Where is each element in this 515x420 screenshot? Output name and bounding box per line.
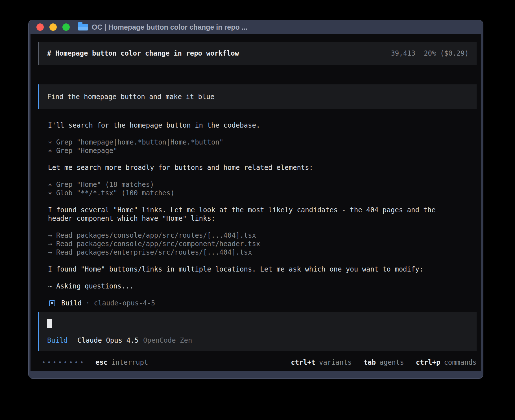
assistant-transcript: I'll search for the homepage button in t…: [48, 121, 477, 307]
mode-indicator[interactable]: Build: [47, 336, 67, 345]
user-message: Find the homepage button and make it blu…: [38, 84, 477, 109]
context-usage-cost: 20% ($0.29): [424, 49, 469, 58]
window-title: OC | Homepage button color change in rep…: [92, 23, 247, 31]
hint-label-variants: variants: [319, 358, 352, 367]
hint-key-agents[interactable]: tab: [364, 358, 376, 367]
prompt-cursor-line[interactable]: [47, 319, 469, 328]
tool-call-grep: ∗ Grep "Home" (18 matches): [48, 180, 477, 189]
agent-model: · claude-opus-4-5: [82, 299, 155, 307]
tool-call-read: → Read packages/console/app/src/routes/[…: [48, 231, 477, 240]
status-bar-left: ∙∙∙∙∙∙∙∙ esc interrupt: [42, 358, 148, 367]
tool-call-glob: ∗ Glob "**/*.tsx" (100 matches): [48, 189, 477, 197]
terminal-window: OC | Homepage button color change in rep…: [28, 20, 483, 379]
spinner-dots-icon: ∙∙∙∙∙∙∙∙: [42, 358, 85, 367]
assistant-text: Let me search more broadly for buttons a…: [48, 163, 477, 172]
session-stats: 39,413 20% ($0.29): [391, 49, 469, 58]
status-bar-right: ctrl+t variants tab agents ctrl+p comman…: [291, 358, 477, 367]
traffic-lights: [36, 23, 70, 31]
text-cursor: [47, 319, 52, 328]
session-header: # Homepage button color change in repo w…: [38, 42, 477, 65]
prompt-input[interactable]: Build Claude Opus 4.5 OpenCode Zen: [38, 312, 477, 351]
agent-status-line: Build · claude-opus-4-5: [49, 299, 477, 307]
tool-call-read: → Read packages/console/app/src/componen…: [48, 240, 477, 248]
session-title: # Homepage button color change in repo w…: [47, 49, 239, 58]
hint-key-variants[interactable]: ctrl+t: [291, 358, 315, 367]
assistant-text: I found "Home" buttons/links in multiple…: [48, 265, 477, 274]
close-button[interactable]: [36, 23, 44, 31]
assistant-text: I'll search for the homepage button in t…: [48, 121, 477, 130]
status-bar: ∙∙∙∙∙∙∙∙ esc interrupt ctrl+t variants t…: [42, 358, 477, 367]
window-titlebar[interactable]: OC | Homepage button color change in rep…: [29, 20, 483, 34]
hint-key-commands[interactable]: ctrl+p: [416, 358, 440, 367]
assistant-text: header component which have "Home" links…: [48, 214, 477, 223]
agent-name: Build: [61, 299, 82, 307]
tool-call-read: → Read packages/enterprise/src/routes/[.…: [48, 248, 477, 257]
prompt-footer: Build Claude Opus 4.5 OpenCode Zen: [47, 336, 469, 345]
esc-key-label: interrupt: [111, 358, 148, 367]
esc-key-hint[interactable]: esc: [95, 358, 108, 367]
desktop-background: OC | Homepage button color change in rep…: [0, 0, 515, 420]
agent-build-icon: [49, 300, 55, 306]
tool-call-grep: ∗ Grep "homepage|home.*button|Home.*butt…: [48, 138, 477, 146]
hint-label-agents: agents: [379, 358, 404, 367]
assistant-text: I found several "Home" links. Let me loo…: [48, 206, 477, 214]
token-count: 39,413: [391, 49, 415, 58]
folder-icon: [78, 24, 88, 30]
status-asking-questions: ~ Asking questions...: [48, 282, 477, 290]
hint-label-commands: commands: [444, 358, 477, 367]
tool-call-grep: ∗ Grep "Homepage": [48, 146, 477, 155]
user-message-text: Find the homepage button and make it blu…: [47, 93, 469, 101]
zoom-button[interactable]: [62, 23, 70, 31]
model-name[interactable]: Claude Opus 4.5: [77, 336, 139, 345]
minimize-button[interactable]: [49, 23, 57, 31]
terminal-content: # Homepage button color change in repo w…: [30, 34, 481, 371]
provider-name: OpenCode Zen: [143, 336, 192, 345]
